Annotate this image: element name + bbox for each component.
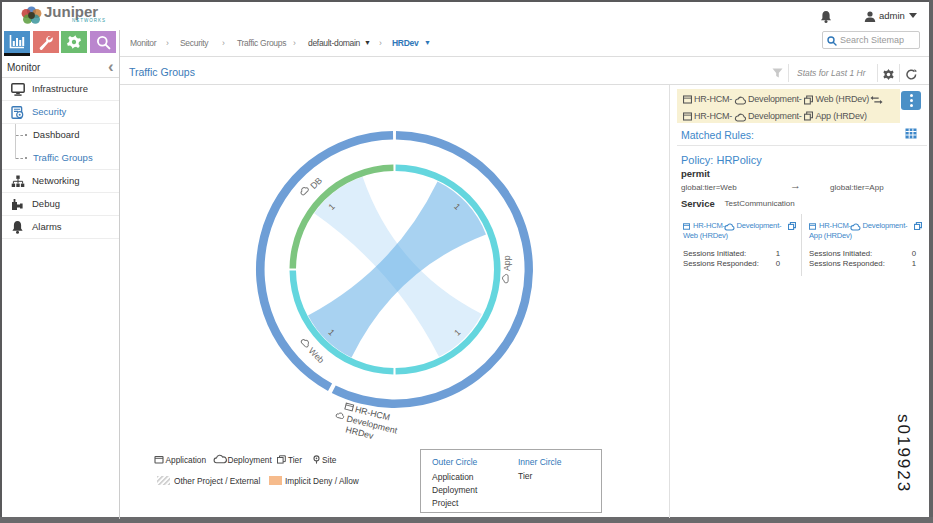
svg-text:Tier: Tier bbox=[288, 455, 302, 465]
svg-text:Other Project / External: Other Project / External bbox=[174, 476, 260, 486]
svg-text:DB: DB bbox=[308, 175, 324, 191]
svg-text:Application: Application bbox=[166, 455, 207, 465]
svg-text:Site: Site bbox=[322, 455, 337, 465]
svg-text:Implicit Deny / Allow: Implicit Deny / Allow bbox=[285, 476, 360, 486]
svg-text:App: App bbox=[502, 255, 512, 271]
svg-text:Deployment: Deployment bbox=[228, 455, 273, 465]
svg-text:Web: Web bbox=[306, 345, 326, 365]
